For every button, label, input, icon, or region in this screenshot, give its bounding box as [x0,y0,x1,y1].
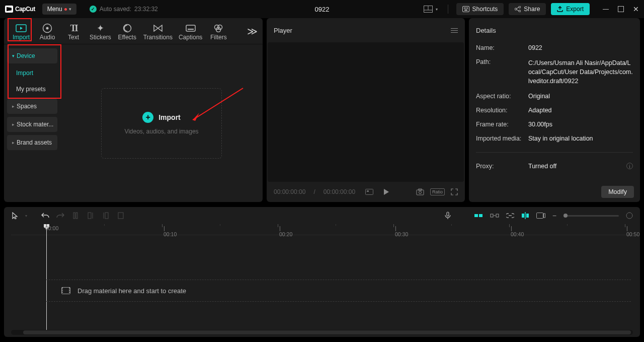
menu-label: Menu [47,6,62,13]
tab-filters[interactable]: Filters [205,22,231,44]
timeline-tracks[interactable]: Drag material here and start to create [11,235,633,330]
panel-menu-icon[interactable] [451,28,458,33]
detail-aspect: Aspect ratio: Original [476,93,633,100]
audio-icon [42,24,53,33]
zoom-in-icon[interactable] [626,212,633,219]
tab-import-label: Import [13,34,30,41]
tab-audio-label: Audio [40,34,55,41]
chevron-down-icon: ▾ [69,7,71,12]
autosave-prefix: Auto saved: [100,6,131,13]
scrollbar-thumb[interactable] [23,330,631,334]
auto-snap-icon[interactable] [490,213,499,219]
details-title: Details [476,27,496,34]
play-icon[interactable] [383,188,389,195]
redo-icon[interactable] [56,212,64,219]
detail-res-value: Adapted [528,107,633,114]
menu-button[interactable]: Menu ▾ [42,4,76,15]
detail-name-label: Name: [476,44,528,51]
timeline-drop-hint[interactable]: Drag material here and start to create [46,280,631,302]
svg-rect-18 [367,190,369,192]
media-sidebar: ▾ Device Import My presets ▸ Spaces ▸ St… [4,44,60,202]
cover-icon[interactable] [536,213,545,219]
window-close-icon[interactable]: ✕ [633,5,639,13]
import-drop-subtitle: Videos, audios, and images [124,128,198,135]
tab-stickers[interactable]: ✦ Stickers [87,22,114,44]
filters-icon [213,24,224,33]
svg-rect-23 [76,213,77,219]
svg-rect-5 [465,8,466,9]
sidebar-item-brand[interactable]: ▸ Brand assets [7,135,57,150]
sidebar-item-mypresets[interactable]: My presets [7,83,57,96]
fullscreen-icon[interactable] [451,188,458,195]
delete-left-icon[interactable] [87,212,95,219]
timeline-ruler[interactable]: 00:00| 00:10| 00:20| 00:30| 00:40| 00:50 [11,224,633,235]
tab-captions[interactable]: Captions [176,22,205,44]
detail-aspect-label: Aspect ratio: [476,93,528,100]
share-button[interactable]: Share [509,3,546,15]
delete-icon[interactable] [117,212,125,219]
sidebar-item-import[interactable]: Import [7,66,57,80]
window-minimize-icon[interactable] [603,6,609,12]
timeline-toolbar: ▾ − [4,207,640,224]
split-icon[interactable] [71,212,79,219]
share-icon [515,6,521,12]
layout-icon[interactable]: ▾ [422,5,440,14]
info-icon[interactable]: i [626,163,633,169]
tabs-overflow-icon[interactable]: ≫ [247,25,258,37]
sidebar-item-stock[interactable]: ▸ Stock mater... [7,117,57,132]
main-track-magnet-icon[interactable] [474,213,483,219]
app-logo: CapCut [5,6,35,13]
timeline-zoom-slider[interactable] [564,215,619,217]
player-stage[interactable] [268,42,464,182]
stickers-icon: ✦ [95,24,106,33]
tab-text[interactable]: TI Text [60,22,87,44]
tab-audio[interactable]: Audio [34,22,60,44]
svg-rect-6 [467,8,468,9]
preview-quality-icon[interactable] [365,189,373,195]
window-maximize-icon[interactable] [618,6,624,12]
sidebar-item-device[interactable]: ▾ Device [7,48,57,63]
keyboard-icon [462,6,469,12]
tab-transitions[interactable]: Transitions [140,22,176,44]
tab-text-label: Text [68,34,79,41]
tool-dropdown-icon[interactable]: ▾ [22,214,30,218]
svg-rect-28 [118,213,123,219]
record-voiceover-icon[interactable] [445,212,451,220]
preview-axis-icon[interactable] [521,212,529,219]
svg-rect-33 [496,214,499,217]
detail-path-label: Path: [476,58,528,86]
timeline-panel: ▾ − 00:00| 00:10| 00:20| 00:30| 00:40| 0… [4,207,640,337]
svg-rect-32 [491,214,493,217]
tab-stickers-label: Stickers [90,34,111,41]
detail-fps-label: Frame rate: [476,121,528,128]
sidebar-import-label: Import [16,70,33,77]
captions-icon [185,24,196,33]
svg-rect-13 [188,29,194,30]
project-title[interactable]: 0922 [315,6,330,13]
svg-rect-38 [536,213,543,219]
aspect-ratio-button[interactable]: Ratio [430,188,445,195]
capcut-logo-icon [5,6,13,13]
sidebar-brand-label: Brand assets [17,139,52,146]
modify-button[interactable]: Modify [601,186,634,198]
tab-filters-label: Filters [210,34,227,41]
snapshot-icon[interactable] [416,188,424,195]
media-tabs: Import Audio TI Text ✦ Stickers Effects … [4,18,263,44]
import-dropzone[interactable]: + Import Videos, audios, and images [101,88,222,159]
text-icon: TI [68,24,79,33]
shortcuts-button[interactable]: Shortcuts [456,3,504,15]
total-time: 00:00:00:00 [324,188,355,195]
export-button[interactable]: Export [551,3,590,15]
tab-effects[interactable]: Effects [114,22,140,44]
tab-import[interactable]: Import [8,22,34,44]
tab-captions-label: Captions [179,34,202,41]
svg-point-10 [46,27,49,30]
svg-point-40 [626,213,632,219]
sidebar-item-spaces[interactable]: ▸ Spaces [7,99,57,114]
undo-icon[interactable] [41,212,49,219]
linkage-icon[interactable] [506,213,514,218]
selection-tool-icon[interactable] [11,212,19,219]
delete-right-icon[interactable] [102,212,110,219]
zoom-out-icon[interactable]: − [552,212,556,220]
timeline-horizontal-scrollbar[interactable] [11,330,633,335]
